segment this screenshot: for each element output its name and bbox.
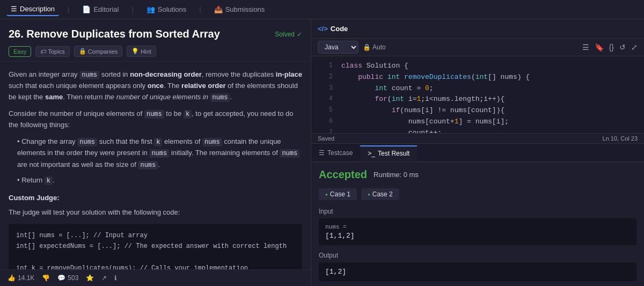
input-value: [1,1,2] bbox=[325, 232, 630, 240]
output-label: Output bbox=[319, 252, 636, 259]
hint-tag[interactable]: 💡 Hint bbox=[127, 46, 156, 57]
nav-editorial[interactable]: 📄 Editorial bbox=[78, 3, 123, 16]
top-navigation: ☰ Description | 📄 Editorial | 👥 Solution… bbox=[0, 0, 644, 19]
thumbs-up-icon: 👍 bbox=[8, 274, 16, 282]
nums-code-3: nums bbox=[144, 110, 164, 119]
companies-tag[interactable]: 🔒 Companies bbox=[74, 46, 123, 57]
hint-icon: 💡 bbox=[131, 48, 139, 55]
format-icon[interactable]: {} bbox=[609, 43, 614, 52]
code-panel: </> Code Java Python C++ 🔒 Auto ☰ 🔖 {} bbox=[311, 19, 644, 144]
check-icon: ✓ bbox=[297, 31, 302, 38]
test-content: Accepted Runtime: 0 ms ● Case 1 ● Case 2… bbox=[311, 162, 644, 286]
code-line-6: 6 nums[count+1] = nums[i]; bbox=[311, 116, 644, 128]
main-content: 26. Remove Duplicates from Sorted Array … bbox=[0, 19, 644, 286]
bullet-2: Return k. bbox=[17, 175, 302, 186]
info-icon: ℹ bbox=[114, 274, 117, 282]
dislikes-button[interactable]: 👎 bbox=[42, 274, 50, 282]
settings-icon[interactable]: ☰ bbox=[582, 43, 589, 52]
star-button[interactable]: ⭐ bbox=[86, 274, 94, 282]
consider-text: Consider the number of unique elements o… bbox=[9, 108, 302, 131]
problem-title: 26. Remove Duplicates from Sorted Array bbox=[9, 28, 220, 40]
input-box: nums = [1,1,2] bbox=[319, 218, 636, 245]
code-icon: </> bbox=[318, 25, 328, 33]
code-toolbar: Java Python C++ 🔒 Auto ☰ 🔖 {} ↺ ⤢ bbox=[311, 39, 644, 56]
terminal-icon: >_ bbox=[368, 150, 375, 157]
bottom-bar: 👍 14.1K 👎 💬 503 ⭐ ↗ ℹ bbox=[0, 269, 311, 286]
difficulty-tag[interactable]: Easy bbox=[9, 46, 31, 57]
accepted-label: Accepted bbox=[319, 168, 367, 181]
share-icon: ↗ bbox=[101, 274, 107, 282]
solutions-icon: 👥 bbox=[147, 5, 155, 13]
title-row: 26. Remove Duplicates from Sorted Array … bbox=[9, 28, 302, 40]
code-line-1: 1 class Solution { bbox=[311, 61, 644, 72]
nav-description[interactable]: ☰ Description bbox=[6, 3, 59, 16]
expand-icon[interactable]: ⤢ bbox=[631, 43, 638, 52]
share-button[interactable]: ↗ bbox=[101, 274, 107, 282]
description-icon: ☰ bbox=[11, 5, 17, 13]
bullet-1: Change the array nums such that the firs… bbox=[17, 136, 302, 171]
left-panel: 26. Remove Duplicates from Sorted Array … bbox=[0, 19, 311, 286]
code-line-5: 5 if(nums[i] != nums[count]){ bbox=[311, 105, 644, 116]
auto-badge: 🔒 Auto bbox=[363, 43, 386, 51]
nums-code-1: nums bbox=[79, 71, 99, 79]
input-var: nums = bbox=[325, 224, 630, 230]
output-value: [1,2] bbox=[325, 268, 630, 276]
likes-button[interactable]: 👍 14.1K bbox=[8, 274, 34, 282]
thumbs-down-icon: 👎 bbox=[42, 274, 50, 282]
right-panel: </> Code Java Python C++ 🔒 Auto ☰ 🔖 {} bbox=[311, 19, 644, 286]
judge-code-block: int[] nums = [...]; // Input array int[]… bbox=[9, 224, 302, 270]
code-header: </> Code bbox=[311, 19, 644, 39]
editorial-icon: 📄 bbox=[82, 5, 91, 13]
testcase-tab[interactable]: ☰ Testcase bbox=[311, 146, 360, 160]
test-tabs: ☰ Testcase >_ Test Result bbox=[311, 144, 644, 162]
accepted-row: Accepted Runtime: 0 ms bbox=[319, 168, 636, 181]
tag-icon: 🏷 bbox=[40, 48, 46, 55]
nums-code-2: nums bbox=[210, 93, 230, 102]
tags-row: Easy 🏷 Topics 🔒 Companies 💡 Hint bbox=[9, 46, 302, 57]
testcase-icon: ☰ bbox=[319, 149, 325, 157]
test-panel: ☰ Testcase >_ Test Result Accepted Runti… bbox=[311, 144, 644, 286]
judge-desc: The judge will test your solution with t… bbox=[9, 207, 302, 218]
problem-description: Given an integer array nums sorted in no… bbox=[9, 69, 302, 103]
star-icon: ⭐ bbox=[86, 274, 94, 282]
submissions-icon: 📤 bbox=[214, 5, 223, 13]
bookmark-icon[interactable]: 🔖 bbox=[595, 43, 604, 52]
case-2-dot: ● bbox=[368, 192, 370, 197]
code-line-4: 4 for(int i=1;i<nums.length;i++){ bbox=[311, 94, 644, 105]
undo-icon[interactable]: ↺ bbox=[619, 43, 626, 52]
code-line-3: 3 int count = 0; bbox=[311, 83, 644, 94]
output-box: [1,2] bbox=[319, 262, 636, 281]
info-button[interactable]: ℹ bbox=[114, 274, 117, 282]
lock-auto-icon: 🔒 bbox=[363, 43, 371, 51]
case-2-tab[interactable]: ● Case 2 bbox=[361, 188, 399, 200]
saved-label: Saved bbox=[318, 135, 334, 142]
comments-button[interactable]: 💬 503 bbox=[57, 274, 78, 282]
k-code: k bbox=[184, 110, 192, 119]
nav-submissions[interactable]: 📤 Submissions bbox=[210, 3, 269, 16]
input-label: Input bbox=[319, 208, 636, 215]
runtime-label: Runtime: 0 ms bbox=[374, 171, 419, 179]
code-line-7: 7 count++; bbox=[311, 128, 644, 133]
comment-icon: 💬 bbox=[57, 274, 65, 282]
case-tabs: ● Case 1 ● Case 2 bbox=[319, 188, 636, 200]
solved-badge: Solved ✓ bbox=[275, 31, 302, 38]
toolbar-icons: ☰ 🔖 {} ↺ ⤢ bbox=[582, 43, 638, 52]
case-1-tab[interactable]: ● Case 1 bbox=[319, 188, 357, 200]
case-1-dot: ● bbox=[325, 192, 328, 197]
problem-header: 26. Remove Duplicates from Sorted Array … bbox=[0, 19, 311, 62]
code-footer: Saved Ln 10, Col 23 bbox=[311, 133, 644, 143]
custom-judge-title: Custom Judge: bbox=[9, 193, 302, 204]
code-line-2: 2 public int removeDuplicates(int[] nums… bbox=[311, 72, 644, 83]
nav-solutions[interactable]: 👥 Solutions bbox=[142, 3, 191, 16]
code-title: </> Code bbox=[318, 25, 348, 33]
problem-body: Given an integer array nums sorted in no… bbox=[0, 62, 311, 269]
cursor-position: Ln 10, Col 23 bbox=[603, 135, 638, 142]
test-result-tab[interactable]: >_ Test Result bbox=[360, 145, 417, 160]
topics-tag[interactable]: 🏷 Topics bbox=[35, 46, 69, 57]
code-editor[interactable]: 1 class Solution { 2 public int removeDu… bbox=[311, 56, 644, 133]
lock-icon: 🔒 bbox=[79, 48, 86, 55]
language-select[interactable]: Java Python C++ bbox=[318, 41, 358, 54]
